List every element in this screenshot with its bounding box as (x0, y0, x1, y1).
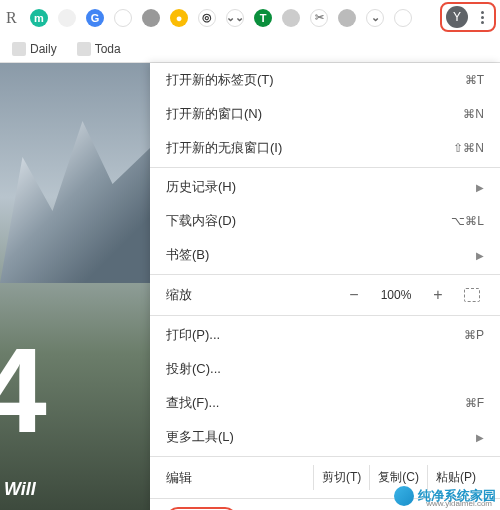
highlight-profile-menu: Y (440, 2, 496, 32)
ext-blank3[interactable] (394, 9, 412, 27)
menu-new-window[interactable]: 打开新的窗口(N)⌘N (150, 97, 500, 131)
watermark: 纯净系统家园 www.yidaimei.com (394, 486, 496, 506)
truncated-text: R (6, 9, 20, 27)
ext-gray2[interactable] (282, 9, 300, 27)
menu-more-tools[interactable]: 更多工具(L)▶ (150, 420, 500, 454)
ext-target[interactable]: ◎ (198, 9, 216, 27)
bookmark-item[interactable]: Daily (6, 40, 63, 58)
chevron-right-icon: ▶ (476, 250, 484, 261)
ext-shield[interactable]: T (254, 9, 272, 27)
menu-history[interactable]: 历史记录(H)▶ (150, 170, 500, 204)
ext-gray1[interactable] (142, 9, 160, 27)
folder-icon (12, 42, 26, 56)
ext-blank2[interactable] (114, 9, 132, 27)
folder-icon (77, 42, 91, 56)
zoom-out-button[interactable]: − (342, 283, 366, 307)
ext-gray3[interactable] (338, 9, 356, 27)
ext-translate[interactable]: G (86, 9, 104, 27)
menu-print[interactable]: 打印(P)...⌘P (150, 318, 500, 352)
chevron-right-icon: ▶ (476, 182, 484, 193)
zoom-in-button[interactable]: + (426, 283, 450, 307)
large-number: 4 (0, 330, 47, 450)
fullscreen-icon (464, 288, 480, 302)
menu-new-tab[interactable]: 打开新的标签页(T)⌘T (150, 63, 500, 97)
edit-label: 编辑 (166, 469, 313, 487)
fullscreen-button[interactable] (460, 283, 484, 307)
ext-teal[interactable]: m (30, 9, 48, 27)
caption-text: Will (4, 479, 36, 500)
zoom-label: 缩放 (166, 286, 332, 304)
bookmark-bar: Daily Toda (0, 35, 500, 63)
ext-chevrons[interactable]: ⌄⌄ (226, 9, 244, 27)
zoom-value: 100% (376, 288, 416, 302)
ext-pocket[interactable]: ⌄ (366, 9, 384, 27)
menu-find[interactable]: 查找(F)...⌘F (150, 386, 500, 420)
bookmark-item[interactable]: Toda (71, 40, 127, 58)
browser-toolbar: R mG●◎⌄⌄T✂⌄ Y (0, 0, 500, 35)
menu-bookmarks[interactable]: 书签(B)▶ (150, 238, 500, 272)
cut-button[interactable]: 剪切(T) (313, 465, 369, 490)
ext-compass[interactable]: ● (170, 9, 188, 27)
profile-avatar[interactable]: Y (446, 6, 468, 28)
menu-downloads[interactable]: 下载内容(D)⌥⌘L (150, 204, 500, 238)
menu-zoom: 缩放 − 100% + (150, 277, 500, 313)
menu-incognito[interactable]: 打开新的无痕窗口(I)⇧⌘N (150, 131, 500, 165)
extensions-row: R mG●◎⌄⌄T✂⌄ (6, 9, 494, 27)
chrome-main-menu: 打开新的标签页(T)⌘T 打开新的窗口(N)⌘N 打开新的无痕窗口(I)⇧⌘N … (150, 63, 500, 510)
menu-cast[interactable]: 投射(C)... (150, 352, 500, 386)
watermark-logo-icon (394, 486, 414, 506)
ext-clip[interactable]: ✂ (310, 9, 328, 27)
page-content: 4 Will (0, 63, 150, 510)
watermark-url: www.yidaimei.com (426, 499, 492, 508)
background-image: 4 Will (0, 63, 150, 510)
chevron-right-icon: ▶ (476, 432, 484, 443)
kebab-menu-icon[interactable] (474, 11, 490, 24)
ext-blank1[interactable] (58, 9, 76, 27)
